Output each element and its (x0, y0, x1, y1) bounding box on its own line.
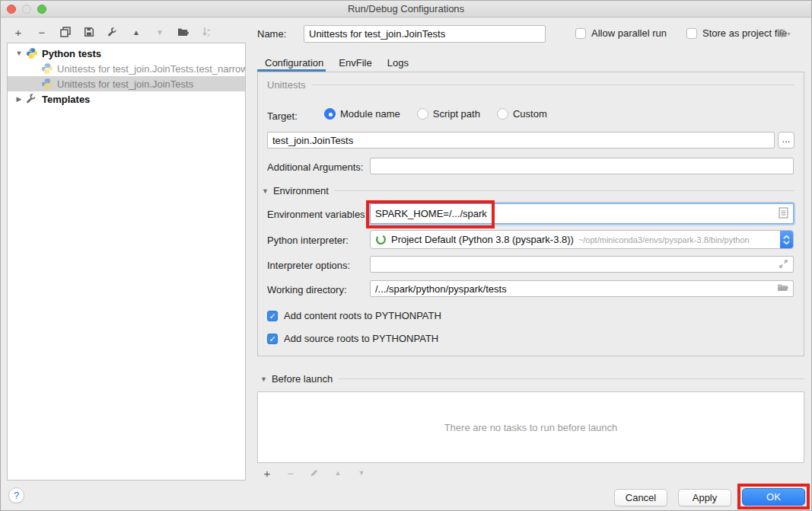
working-directory-label: Working directory: (267, 284, 347, 295)
radio-script-path-label[interactable]: Script path (433, 108, 480, 120)
additional-arguments-input[interactable] (370, 158, 794, 174)
caret-down-icon[interactable]: ▼ (15, 50, 23, 57)
unittests-group-header: Unittests (267, 79, 794, 91)
gear-icon[interactable]: ⚙▾ (777, 27, 790, 40)
configurations-toolbar: + − ▲ ▼ az (11, 24, 214, 40)
edit-templates-wrench-icon[interactable] (106, 25, 119, 39)
environment-variables-input[interactable]: SPARK_HOME=/.../spark (370, 203, 794, 224)
browse-env-vars-icon[interactable] (779, 207, 788, 221)
additional-arguments-label: Additional Arguments: (267, 161, 363, 173)
edit-task-pencil-icon (307, 466, 321, 480)
svg-text:z: z (208, 33, 210, 37)
tree-item-python-tests[interactable]: ▼ Python tests (8, 46, 245, 61)
window-title: Run/Debug Configurations (348, 3, 464, 14)
add-source-roots-checkbox[interactable]: ✓ Add source roots to PYTHONPATH (267, 333, 438, 344)
store-as-project-file-checkbox[interactable]: Store as project file (686, 27, 787, 39)
add-configuration-button[interactable]: + (11, 25, 25, 39)
move-task-up-button: ▲ (331, 466, 345, 480)
folder-open-icon[interactable] (777, 283, 789, 295)
radio-module-name-label[interactable]: Module name (340, 108, 400, 120)
allow-parallel-run-label: Allow parallel run (591, 27, 667, 39)
interpreter-options-label: Interpreter options: (267, 260, 350, 271)
store-as-project-file-label: Store as project file (702, 27, 787, 39)
target-radio-group: Module name Script path Custom (324, 108, 564, 120)
radio-custom-label[interactable]: Custom (513, 108, 547, 120)
help-button[interactable]: ? (8, 487, 24, 503)
radio-module-name[interactable] (324, 108, 336, 120)
tree-item-label: Unittests for test_join.JoinTests.test_n… (57, 63, 245, 75)
ok-button[interactable]: OK (742, 488, 805, 506)
interpreter-options-input[interactable] (370, 256, 794, 273)
python-interpreter-label: Python interpreter: (267, 235, 349, 246)
sort-alphabetically-icon: az (200, 25, 214, 39)
radio-script-path[interactable] (417, 108, 428, 120)
environment-variables-label: Environment variables: (267, 209, 368, 220)
allow-parallel-run-checkbox[interactable]: Allow parallel run (575, 27, 667, 39)
environment-header-label: Environment (273, 185, 329, 196)
interpreter-path: ~/opt/miniconda3/envs/pyspark-3.8/bin/py… (578, 235, 780, 244)
svg-text:a: a (208, 27, 211, 32)
add-source-roots-label: Add source roots to PYTHONPATH (284, 333, 438, 344)
tree-item-label: Python tests (42, 48, 101, 59)
add-content-roots-label: Add content roots to PYTHONPATH (284, 310, 441, 321)
close-window-button[interactable] (7, 5, 16, 14)
remove-configuration-button[interactable]: − (35, 25, 49, 39)
python-logo-icon (41, 62, 53, 75)
checkbox-checked[interactable]: ✓ (267, 311, 278, 321)
chevron-down-icon: ▾ (787, 30, 790, 37)
expand-field-icon[interactable] (779, 259, 788, 271)
tree-item-unittests-jointests-selected[interactable]: Unittests for test_join.JoinTests (8, 76, 245, 91)
radio-custom[interactable] (497, 108, 508, 120)
environment-variables-value: SPARK_HOME=/.../spark (375, 208, 779, 219)
browse-module-button[interactable]: ... (778, 132, 794, 149)
run-debug-configurations-dialog: Run/Debug Configurations + − ▲ ▼ az ▼ (0, 0, 812, 511)
move-up-button[interactable]: ▲ (129, 25, 143, 39)
tree-item-unittests-test-narrow[interactable]: Unittests for test_join.JoinTests.test_n… (8, 61, 245, 76)
zoom-window-button[interactable] (37, 5, 46, 14)
caret-down-icon[interactable]: ▼ (262, 187, 269, 195)
new-folder-icon[interactable] (177, 25, 190, 39)
tree-item-templates[interactable]: ▶ Templates (8, 91, 245, 107)
before-launch-section-header[interactable]: ▼ Before launch (260, 373, 804, 385)
window-controls (7, 5, 46, 14)
minimize-window-button (22, 5, 31, 14)
working-directory-input[interactable] (370, 280, 794, 297)
add-content-roots-checkbox[interactable]: ✓ Add content roots to PYTHONPATH (267, 310, 441, 321)
checkbox-unchecked[interactable] (575, 28, 586, 39)
move-down-button: ▼ (153, 25, 167, 39)
interpreter-value: Project Default (Python 3.8 (pyspark-3.8… (391, 234, 574, 245)
python-interpreter-select[interactable]: Project Default (Python 3.8 (pyspark-3.8… (370, 230, 794, 249)
environment-section-header[interactable]: ▼ Environment (262, 185, 794, 196)
before-launch-toolbar: + − ▲ ▼ (260, 466, 368, 480)
configurations-tree: ▼ Python tests Unittests for test_join.J… (7, 43, 246, 481)
empty-task-message: There are no tasks to run before launch (444, 422, 618, 433)
combo-spinner-icon[interactable] (780, 230, 793, 249)
group-label: Unittests (267, 79, 306, 91)
title-bar: Run/Debug Configurations (1, 1, 811, 18)
before-launch-task-list: There are no tasks to run before launch (257, 391, 804, 463)
tree-item-label: Unittests for test_join.JoinTests (57, 78, 193, 90)
copy-configuration-icon[interactable] (59, 25, 72, 39)
python-logo-icon (26, 47, 38, 59)
conda-environment-icon (375, 234, 387, 245)
checkbox-unchecked[interactable] (686, 28, 697, 39)
caret-right-icon[interactable]: ▶ (15, 95, 23, 103)
python-logo-icon (41, 78, 53, 90)
tree-item-label: Templates (42, 94, 90, 105)
remove-task-button: − (284, 466, 298, 480)
cancel-button[interactable]: Cancel (614, 489, 667, 506)
wrench-icon (26, 93, 38, 105)
caret-down-icon[interactable]: ▼ (260, 375, 267, 383)
name-label: Name: (257, 28, 286, 40)
apply-button[interactable]: Apply (678, 489, 731, 506)
module-name-input[interactable] (267, 132, 775, 149)
name-input[interactable] (304, 25, 546, 43)
add-task-button[interactable]: + (260, 466, 274, 480)
target-label: Target: (267, 110, 298, 122)
checkbox-checked[interactable]: ✓ (267, 334, 278, 344)
move-task-down-button: ▼ (355, 466, 368, 480)
before-launch-label: Before launch (272, 373, 333, 385)
save-configuration-icon[interactable] (82, 25, 96, 39)
